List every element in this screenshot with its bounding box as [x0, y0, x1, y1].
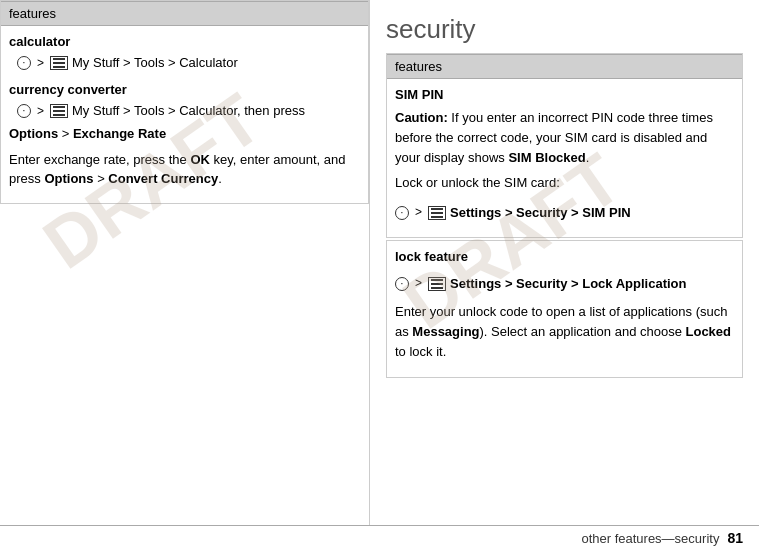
currency-nav: > My Stuff > Tools > Calculator, then pr…	[1, 99, 368, 122]
sim-pin-title: SIM PIN	[387, 79, 742, 106]
svg-rect-1	[53, 62, 65, 64]
lock-feature-content: > Settings > Security > Lock Application…	[387, 268, 742, 378]
lock-feature-body: Enter your unlock code to open a list of…	[395, 302, 734, 362]
currency-extra-nav: Options > Exchange Rate Enter exchange r…	[1, 122, 368, 203]
svg-rect-3	[53, 106, 65, 108]
caution-label: Caution:	[395, 110, 448, 125]
sim-pin-content: Caution: If you enter an incorrect PIN c…	[387, 106, 742, 237]
currency-converter-block: currency converter > My Stuff > Tools > …	[1, 74, 368, 203]
currency-converter-title: currency converter	[1, 74, 368, 99]
lock-feature-nav-text: Settings > Security > Lock Application	[450, 274, 686, 294]
right-section-header: features	[387, 54, 742, 79]
lock-feature-title: lock feature	[387, 241, 742, 268]
footer-text: other features—security	[581, 531, 719, 546]
nav-arrow-icon-2: >	[37, 104, 44, 118]
svg-rect-0	[53, 58, 65, 60]
left-section-header: features	[1, 1, 368, 26]
right-panel: DRAFT security features SIM PIN Caution:…	[370, 0, 759, 525]
caution-end: .	[586, 150, 590, 165]
nav-menu-icon-2	[50, 104, 68, 118]
svg-rect-10	[431, 283, 443, 285]
footer: other features—security 81	[0, 525, 759, 550]
nav-menu-icon-3	[428, 206, 446, 220]
svg-rect-5	[53, 114, 65, 116]
currency-nav-text: My Stuff > Tools > Calculator, then pres…	[72, 103, 305, 118]
lock-feature-block: lock feature > Settings > Security > Loc…	[386, 240, 743, 379]
nav-dot-icon-4	[395, 277, 409, 291]
nav-dot-icon-3	[395, 206, 409, 220]
svg-rect-9	[431, 279, 443, 281]
lock-text: Lock or unlock the SIM card:	[395, 173, 734, 193]
nav-arrow-icon-3: >	[415, 203, 422, 222]
lock-feature-nav: > Settings > Security > Lock Application	[395, 270, 734, 302]
nav-menu-icon-4	[428, 277, 446, 291]
nav-menu-icon	[50, 56, 68, 70]
calculator-nav-text: My Stuff > Tools > Calculator	[72, 55, 238, 70]
footer-page-number: 81	[727, 530, 743, 546]
sim-pin-nav: > Settings > Security > SIM PIN	[395, 199, 734, 227]
nav-dot-icon	[17, 56, 31, 70]
nav-arrow-icon: >	[37, 56, 44, 70]
calculator-nav: > My Stuff > Tools > Calculator	[1, 51, 368, 74]
sim-pin-block: features SIM PIN Caution: If you enter a…	[386, 53, 743, 238]
calculator-title: calculator	[1, 26, 368, 51]
calculator-block: calculator > My Stuff > Tools > Calculat…	[1, 26, 368, 74]
svg-rect-4	[53, 110, 65, 112]
svg-rect-8	[431, 216, 443, 218]
messaging-label: Messaging	[412, 324, 479, 339]
left-panel: DRAFT features calculator > My S	[0, 0, 370, 525]
svg-rect-2	[53, 66, 65, 68]
svg-rect-7	[431, 212, 443, 214]
svg-rect-6	[431, 208, 443, 210]
nav-dot-icon-2	[17, 104, 31, 118]
svg-rect-11	[431, 287, 443, 289]
page-title: security	[386, 10, 743, 53]
nav-arrow-icon-4: >	[415, 274, 422, 293]
sim-blocked-label: SIM Blocked	[508, 150, 585, 165]
locked-label: Locked	[686, 324, 732, 339]
sim-pin-nav-text: Settings > Security > SIM PIN	[450, 203, 631, 223]
